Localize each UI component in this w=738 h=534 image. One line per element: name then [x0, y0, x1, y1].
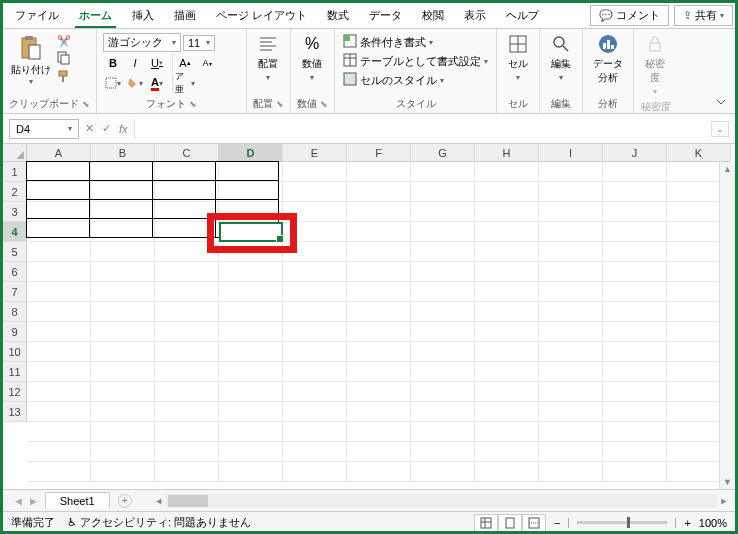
col-header-C[interactable]: C [155, 144, 219, 162]
cell[interactable] [347, 202, 411, 222]
editing-button[interactable]: 編集 ▾ [546, 31, 576, 84]
cell[interactable] [475, 342, 539, 362]
cell[interactable] [539, 162, 603, 182]
cell[interactable] [91, 402, 155, 422]
cell[interactable] [347, 222, 411, 242]
cell[interactable] [219, 262, 283, 282]
row-header-4[interactable]: 4 [3, 222, 27, 242]
cell[interactable] [27, 242, 91, 262]
tab-home[interactable]: ホーム [69, 4, 122, 27]
cell[interactable] [347, 242, 411, 262]
cell[interactable] [603, 162, 667, 182]
phonetic-button[interactable]: ア亜▾ [175, 74, 195, 92]
scroll-left-icon[interactable]: ◄ [152, 496, 166, 506]
cell[interactable] [91, 362, 155, 382]
cell[interactable] [283, 182, 347, 202]
cell[interactable] [91, 382, 155, 402]
col-header-K[interactable]: K [667, 144, 731, 162]
cell[interactable] [347, 322, 411, 342]
cell[interactable] [411, 442, 475, 462]
cell[interactable] [411, 162, 475, 182]
tab-view[interactable]: 表示 [454, 4, 496, 27]
cell[interactable] [155, 242, 219, 262]
cell[interactable] [27, 342, 91, 362]
tab-review[interactable]: 校閲 [412, 4, 454, 27]
col-header-H[interactable]: H [475, 144, 539, 162]
cell[interactable] [283, 322, 347, 342]
cell-styles-button[interactable]: セルのスタイル▾ [341, 71, 490, 89]
cell[interactable] [603, 442, 667, 462]
row-header-11[interactable]: 11 [3, 362, 27, 382]
cell[interactable] [539, 302, 603, 322]
col-header-F[interactable]: F [347, 144, 411, 162]
font-size-select[interactable]: 11▾ [183, 35, 215, 51]
cell[interactable] [475, 262, 539, 282]
cell[interactable] [539, 222, 603, 242]
cell[interactable] [347, 262, 411, 282]
cell[interactable] [475, 402, 539, 422]
collapse-ribbon-icon[interactable] [715, 96, 727, 110]
cell[interactable] [347, 282, 411, 302]
view-page-break-icon[interactable] [522, 514, 546, 532]
select-all-corner[interactable] [3, 144, 27, 162]
horizontal-scrollbar[interactable]: ◄ ► [152, 494, 731, 508]
cell[interactable] [475, 162, 539, 182]
cell[interactable] [155, 302, 219, 322]
cell[interactable] [539, 262, 603, 282]
row-header-9[interactable]: 9 [3, 322, 27, 342]
cell[interactable] [91, 462, 155, 482]
cells-button[interactable]: セル ▾ [503, 31, 533, 84]
copy-icon[interactable] [57, 51, 71, 67]
tab-help[interactable]: ヘルプ [496, 4, 549, 27]
cell[interactable] [27, 302, 91, 322]
cell[interactable] [283, 402, 347, 422]
cell[interactable] [411, 342, 475, 362]
row-header-8[interactable]: 8 [3, 302, 27, 322]
borders-button[interactable]: ▾ [103, 74, 123, 92]
row-header-10[interactable]: 10 [3, 342, 27, 362]
cell[interactable] [539, 362, 603, 382]
cell[interactable] [155, 282, 219, 302]
view-normal-icon[interactable] [474, 514, 498, 532]
cell[interactable] [475, 362, 539, 382]
col-header-I[interactable]: I [539, 144, 603, 162]
cell[interactable] [539, 462, 603, 482]
cell[interactable] [283, 162, 347, 182]
tab-formulas[interactable]: 数式 [317, 4, 359, 27]
cell[interactable] [411, 282, 475, 302]
cell[interactable] [603, 422, 667, 442]
cell[interactable] [283, 302, 347, 322]
vertical-scrollbar[interactable]: ▲ ▼ [719, 162, 735, 489]
cell[interactable] [219, 362, 283, 382]
cell[interactable] [539, 282, 603, 302]
zoom-out-button[interactable]: − [554, 517, 560, 529]
row-header-5[interactable]: 5 [3, 242, 27, 262]
cell[interactable] [603, 362, 667, 382]
cell[interactable] [219, 442, 283, 462]
cell[interactable] [283, 282, 347, 302]
cell[interactable] [283, 262, 347, 282]
cell[interactable] [411, 422, 475, 442]
cell[interactable] [475, 382, 539, 402]
cell[interactable] [283, 422, 347, 442]
cell[interactable] [347, 342, 411, 362]
cell[interactable] [219, 302, 283, 322]
col-header-J[interactable]: J [603, 144, 667, 162]
cell[interactable] [411, 262, 475, 282]
cell[interactable] [539, 242, 603, 262]
cell[interactable] [283, 382, 347, 402]
cell[interactable] [219, 382, 283, 402]
cell[interactable] [603, 182, 667, 202]
scroll-up-icon[interactable]: ▲ [720, 162, 735, 176]
cell[interactable] [411, 402, 475, 422]
cell[interactable] [411, 182, 475, 202]
col-header-G[interactable]: G [411, 144, 475, 162]
cell[interactable] [155, 402, 219, 422]
cell[interactable] [603, 302, 667, 322]
col-header-A[interactable]: A [27, 144, 91, 162]
cell[interactable] [603, 202, 667, 222]
alignment-button[interactable]: 配置 ▾ [253, 31, 283, 84]
cell[interactable] [411, 242, 475, 262]
cell[interactable] [91, 422, 155, 442]
cell[interactable] [219, 322, 283, 342]
